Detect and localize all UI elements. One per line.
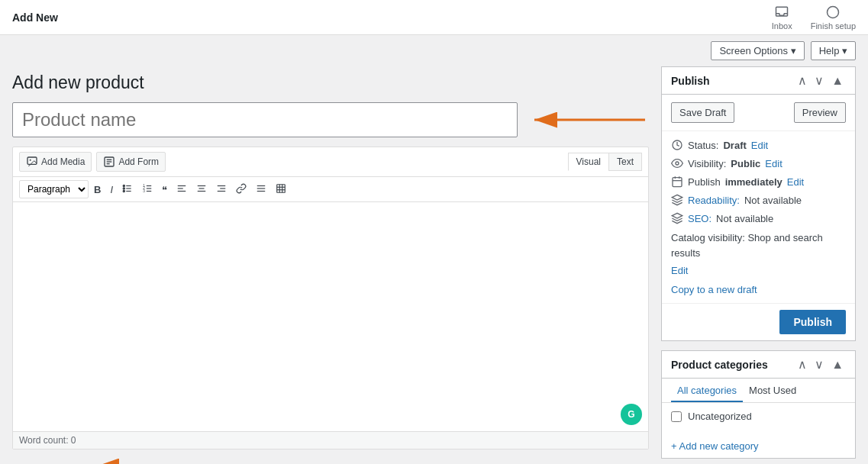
svg-point-14 [123, 187, 124, 188]
ol-icon: 123 [142, 183, 153, 194]
inbox-button[interactable]: Inbox [772, 5, 792, 31]
svg-point-5 [30, 160, 31, 161]
status-icon [671, 139, 683, 151]
status-value: Draft [723, 140, 746, 151]
yoast-seo-icon [671, 212, 683, 224]
arrow-annotation [527, 109, 649, 130]
save-draft-button[interactable]: Save Draft [671, 102, 734, 123]
publish-panel-collapse-down[interactable]: ∨ [812, 73, 826, 88]
categories-panel: Product categories ∧ ∨ ▲ All categories … [661, 350, 856, 459]
catalog-edit-link[interactable]: Edit [671, 265, 846, 276]
categories-panel-controls: ∧ ∨ ▲ [795, 357, 846, 372]
preview-button[interactable]: Preview [794, 102, 846, 123]
add-form-button[interactable]: Add Form [96, 152, 166, 172]
inbox-icon [774, 5, 789, 20]
content-area: Add new product Add Media [12, 66, 649, 464]
align-center-button[interactable] [192, 181, 211, 198]
categories-panel-up[interactable]: ∧ [795, 357, 809, 372]
svg-text:3: 3 [143, 188, 145, 192]
publish-panel: Publish ∧ ∨ ▲ Save Draft Preview Status:… [661, 66, 856, 341]
readability-label-link[interactable]: Readability: [688, 195, 740, 206]
svg-rect-34 [277, 184, 286, 192]
word-count-bar: Word count: 0 [13, 431, 648, 449]
link-icon [236, 183, 247, 194]
all-categories-tab[interactable]: All categories [671, 379, 743, 402]
publish-panel-controls: ∧ ∨ ▲ [795, 73, 846, 88]
yoast-readability-icon [671, 194, 683, 206]
visual-text-tabs: Visual Text [568, 153, 642, 171]
publish-time-row: Publish immediately Edit [671, 176, 846, 188]
readability-row: Readability: Not available [671, 194, 846, 206]
publish-footer: Publish [662, 303, 855, 340]
product-name-input[interactable] [12, 102, 518, 137]
word-count-label: Word count: 0 [19, 435, 76, 446]
screen-options-button[interactable]: Screen Options ▾ [711, 41, 804, 60]
status-label: Status: [688, 140, 718, 151]
catalog-visibility-text: Catalog visibility: Shop and search resu… [671, 230, 846, 260]
visual-tab-button[interactable]: Visual [568, 153, 608, 171]
publish-time-edit-link[interactable]: Edit [787, 176, 804, 188]
publish-panel-header: Publish ∧ ∨ ▲ [662, 67, 855, 95]
status-edit-link[interactable]: Edit [751, 140, 768, 151]
add-new-label: Add New [12, 11, 58, 24]
paragraph-select[interactable]: Paragraph [19, 180, 89, 198]
media-icon [26, 156, 38, 168]
publish-panel-collapse-up[interactable]: ∧ [795, 73, 809, 88]
top-bar: Add New Inbox Finish setup [0, 0, 868, 35]
more-icon [256, 183, 266, 194]
catalog-label: Catalog visibility: [671, 232, 745, 243]
top-bar-right: Inbox Finish setup [772, 5, 856, 31]
svg-rect-43 [673, 178, 682, 187]
more-button[interactable] [252, 181, 270, 198]
categories-panel-title: Product categories [671, 359, 768, 371]
most-used-tab[interactable]: Most Used [743, 379, 802, 402]
ol-button[interactable]: 123 [138, 181, 156, 198]
main-layout: Add new product Add Media [0, 66, 868, 464]
align-left-icon [176, 183, 187, 194]
ul-button[interactable] [118, 181, 137, 198]
editor-content[interactable]: G [13, 202, 648, 431]
categories-list: Uncategorized [662, 403, 855, 434]
visibility-label: Visibility: [688, 158, 726, 169]
categories-panel-toggle[interactable]: ▲ [829, 357, 846, 372]
sidebar: Publish ∧ ∨ ▲ Save Draft Preview Status:… [661, 66, 856, 464]
italic-button[interactable]: I [106, 182, 117, 198]
seo-value: Not available [716, 213, 773, 224]
categories-panel-header: Product categories ∧ ∨ ▲ [662, 351, 855, 379]
calendar-icon [671, 176, 683, 188]
svg-point-15 [123, 190, 124, 192]
align-left-button[interactable] [173, 181, 191, 198]
copy-draft-link[interactable]: Copy to a new draft [671, 284, 757, 295]
status-row: Status: Draft Edit [671, 139, 846, 151]
publish-panel-title: Publish [671, 75, 710, 87]
text-tab-button[interactable]: Text [608, 153, 642, 171]
seo-label-link[interactable]: SEO: [688, 213, 712, 224]
category-item-uncategorized: Uncategorized [671, 411, 846, 422]
align-right-button[interactable] [212, 181, 231, 198]
editor-box: Add Media Add Form Visual Text Paragraph… [12, 147, 649, 450]
publish-button[interactable]: Publish [779, 310, 846, 334]
svg-rect-0 [776, 7, 788, 16]
finish-setup-button[interactable]: Finish setup [811, 5, 856, 31]
svg-point-13 [123, 185, 124, 186]
options-bar: Screen Options ▾ Help ▾ [0, 35, 868, 66]
link-button[interactable] [232, 181, 250, 198]
editor-toolbar: Add Media Add Form Visual Text [13, 147, 648, 177]
table-button[interactable] [272, 181, 290, 198]
publish-panel-toggle[interactable]: ▲ [829, 73, 846, 88]
bottom-arrow-area [12, 456, 649, 464]
readability-value: Not available [744, 195, 802, 206]
uncategorized-checkbox[interactable] [671, 411, 682, 422]
add-media-button[interactable]: Add Media [19, 152, 92, 172]
visibility-edit-link[interactable]: Edit [765, 158, 782, 169]
bottom-arrow-annotation [89, 456, 333, 464]
page-title: Add new product [12, 66, 649, 93]
help-button[interactable]: Help ▾ [811, 41, 856, 60]
format-toolbar: Paragraph B I 123 ❝ [13, 177, 648, 202]
add-category-link[interactable]: + Add new category [662, 434, 855, 458]
categories-panel-down[interactable]: ∨ [812, 357, 826, 372]
form-icon [103, 156, 115, 168]
bold-button[interactable]: B [90, 182, 105, 198]
blockquote-button[interactable]: ❝ [158, 182, 171, 198]
uncategorized-label: Uncategorized [688, 411, 752, 422]
